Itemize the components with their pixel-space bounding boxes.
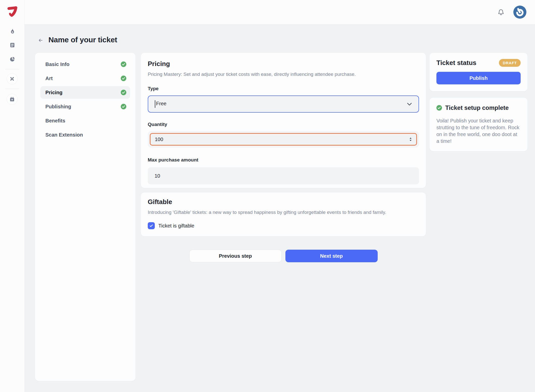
ticket-status-title: Ticket status <box>436 59 476 67</box>
user-avatar[interactable] <box>513 6 526 19</box>
previous-step-button[interactable]: Previous step <box>189 250 282 262</box>
sidebar-divider <box>5 69 19 69</box>
giftable-title: Giftable <box>148 198 419 206</box>
draft-status-badge: DRAFT <box>499 59 521 67</box>
step-actions: Previous step Next step <box>141 250 426 262</box>
sidebar <box>0 0 25 392</box>
setup-complete-title: Ticket setup complete <box>445 104 509 111</box>
ticket-status-panel: Ticket status DRAFT Publish <box>430 53 527 91</box>
pricing-title: Pricing <box>148 60 419 68</box>
number-stepper-icon[interactable] <box>409 137 412 142</box>
type-label: Type <box>148 86 419 91</box>
sidebar-calendar-add-icon[interactable] <box>7 94 18 105</box>
step-basic-info[interactable]: Basic Info <box>40 58 130 71</box>
next-step-button[interactable]: Next step <box>285 250 378 262</box>
sidebar-divider <box>5 89 19 89</box>
type-select[interactable]: Free <box>148 95 419 113</box>
type-select-value: Free <box>156 101 166 106</box>
max-purchase-value: 10 <box>155 173 160 179</box>
step-pricing[interactable]: Pricing <box>40 86 130 99</box>
setup-complete-check-icon <box>436 105 442 111</box>
notifications-bell-icon[interactable] <box>497 8 505 16</box>
app-canvas: Name of your ticket Basic Info Art Prici… <box>0 0 535 392</box>
setup-complete-panel: Ticket setup complete Voila! Publish you… <box>430 98 527 151</box>
ticket-steps-panel: Basic Info Art Pricing Publishing Benefi… <box>35 53 135 381</box>
step-label: Benefits <box>45 118 65 124</box>
max-purchase-input[interactable]: 10 <box>148 167 419 184</box>
giftable-subtitle: Introducing 'Giftable' tickets: a new wa… <box>148 210 419 215</box>
step-complete-check-icon <box>121 76 126 81</box>
step-label: Publishing <box>45 104 71 110</box>
quantity-input[interactable]: 100 <box>150 133 417 146</box>
step-complete-check-icon <box>121 61 126 67</box>
step-complete-check-icon <box>121 90 126 95</box>
quantity-field-wrap: 100 <box>148 131 419 148</box>
step-complete-check-icon <box>121 104 126 109</box>
page-title: Name of your ticket <box>48 36 117 44</box>
sidebar-orders-icon[interactable] <box>0 40 24 51</box>
giftable-checkbox-row: Ticket is giftable <box>148 222 419 229</box>
giftable-section: Giftable Introducing 'Giftable' tickets:… <box>141 192 426 236</box>
text-caret <box>155 100 155 108</box>
step-label: Art <box>45 76 53 81</box>
setup-complete-body: Voila! Publish your ticket and keep stru… <box>436 117 521 145</box>
publish-button[interactable]: Publish <box>436 72 521 84</box>
app-logo-icon[interactable] <box>6 6 19 18</box>
sidebar-flame-icon[interactable] <box>0 25 24 37</box>
giftable-checkbox[interactable] <box>148 222 155 229</box>
max-purchase-label: Max purchase amount <box>148 157 419 163</box>
sidebar-analytics-icon[interactable] <box>0 54 24 65</box>
pricing-subtitle: Pricing Mastery: Set and adjust your tic… <box>148 72 419 77</box>
chevron-down-icon <box>407 103 412 106</box>
sidebar-edit-tools-icon[interactable] <box>7 73 18 84</box>
step-scan-extension[interactable]: Scan Extension <box>40 128 130 141</box>
back-arrow-icon[interactable] <box>36 36 45 45</box>
giftable-checkbox-label: Ticket is giftable <box>158 223 194 229</box>
quantity-label: Quantity <box>148 122 419 127</box>
step-benefits[interactable]: Benefits <box>40 114 130 127</box>
step-label: Pricing <box>45 90 63 95</box>
step-label: Basic Info <box>45 61 70 67</box>
step-publishing[interactable]: Publishing <box>40 100 130 113</box>
topbar <box>24 0 535 24</box>
step-label: Scan Extension <box>45 132 83 138</box>
quantity-value: 100 <box>155 137 163 142</box>
pricing-section: Pricing Pricing Mastery: Set and adjust … <box>141 53 426 188</box>
step-art[interactable]: Art <box>40 72 130 85</box>
